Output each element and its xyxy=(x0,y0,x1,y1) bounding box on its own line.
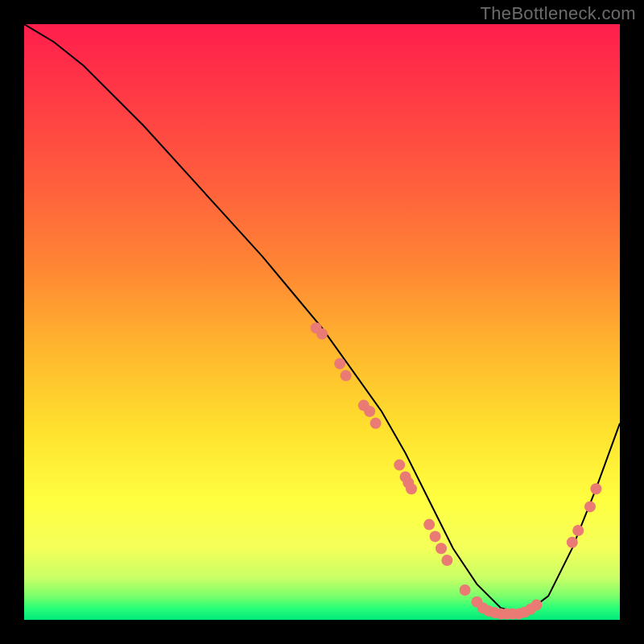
data-point xyxy=(341,370,352,382)
data-point xyxy=(590,483,601,494)
data-point xyxy=(370,418,382,429)
bottleneck-curve xyxy=(24,24,620,614)
data-point xyxy=(471,597,482,608)
data-point xyxy=(489,607,501,618)
data-point xyxy=(501,609,512,620)
data-point xyxy=(394,460,405,471)
data-point xyxy=(483,605,494,617)
watermark-text: TheBottleneck.com xyxy=(481,3,636,24)
chart-frame: TheBottleneck.com xyxy=(0,0,644,644)
data-point xyxy=(525,604,536,615)
highlight-points xyxy=(311,322,602,619)
data-point xyxy=(441,555,452,566)
data-point xyxy=(460,584,471,596)
data-point xyxy=(311,322,322,333)
data-point xyxy=(495,609,506,620)
data-point xyxy=(572,525,584,536)
data-point xyxy=(406,483,417,494)
data-point xyxy=(430,530,441,542)
data-point xyxy=(334,358,345,369)
data-point xyxy=(567,537,578,548)
data-point xyxy=(530,600,542,611)
data-point xyxy=(402,477,414,489)
data-point xyxy=(358,400,369,411)
chart-svg xyxy=(24,24,620,620)
data-point xyxy=(507,609,518,620)
data-point xyxy=(364,406,375,417)
data-point xyxy=(519,606,530,617)
data-point xyxy=(584,501,596,512)
data-point xyxy=(423,519,435,530)
data-point xyxy=(436,543,447,554)
plot-area xyxy=(24,24,620,620)
data-point xyxy=(400,471,411,482)
data-point xyxy=(513,609,524,620)
data-point xyxy=(316,328,328,340)
data-point xyxy=(477,602,489,613)
